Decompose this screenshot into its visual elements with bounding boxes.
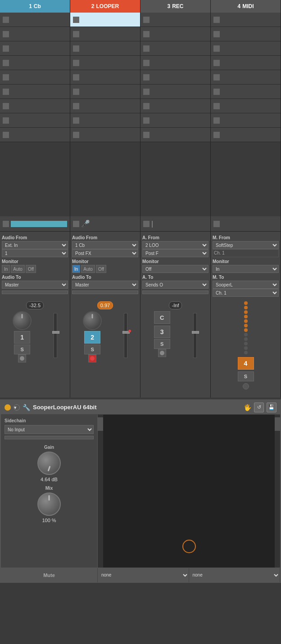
c-button-3[interactable]: C	[154, 311, 170, 324]
volume-knob-1[interactable]	[13, 311, 32, 330]
clip-launch-button[interactable]	[143, 89, 150, 95]
clip-launch-button[interactable]	[143, 117, 150, 124]
clip-slot[interactable]	[140, 27, 210, 41]
plugin-refresh-button[interactable]: ↺	[254, 402, 264, 412]
clip-launch-button[interactable]	[73, 74, 79, 80]
stop-button-4[interactable]	[213, 221, 220, 227]
clip-slot[interactable]	[0, 27, 70, 41]
clip-slot[interactable]	[0, 13, 70, 27]
clip-launch-button[interactable]	[73, 132, 79, 138]
clip-slot[interactable]	[0, 113, 70, 128]
gain-knob[interactable]	[37, 452, 61, 475]
audio-from-channel-1[interactable]: 1	[2, 249, 68, 257]
mute-button[interactable]: Mute	[1, 568, 98, 582]
clip-launch-button[interactable]	[143, 45, 150, 52]
clip-launch-button[interactable]	[213, 45, 220, 52]
clip-slot[interactable]	[70, 113, 140, 128]
track-number-3[interactable]: 3	[154, 326, 170, 338]
clip-slot[interactable]	[70, 99, 140, 113]
clip-slot[interactable]	[211, 99, 281, 113]
midi-to-channel-4[interactable]: Ch. 1	[213, 289, 279, 297]
fader-track-3[interactable]	[193, 313, 197, 358]
track-header-2[interactable]: 2 LOOPER	[70, 0, 140, 13]
clip-launch-button[interactable]	[213, 31, 220, 37]
audio-to-dest-2[interactable]: Master	[72, 281, 138, 289]
audio-to-dest-3[interactable]: Sends O	[142, 281, 208, 289]
clip-slot[interactable]	[140, 128, 210, 142]
fader-track-2[interactable]	[124, 313, 127, 358]
solo-button-1[interactable]: S	[14, 344, 30, 354]
plugin-save-button[interactable]: 💾	[267, 402, 276, 412]
clip-launch-button[interactable]	[3, 103, 9, 109]
solo-button-2[interactable]: S	[84, 344, 100, 354]
monitor-select-4[interactable]: In	[213, 265, 279, 273]
clip-slot[interactable]	[0, 128, 70, 142]
clip-slot[interactable]	[70, 27, 140, 41]
clip-launch-button[interactable]	[73, 17, 79, 23]
monitor-auto-1[interactable]: Auto	[11, 265, 25, 273]
stop-button-2[interactable]	[73, 221, 79, 227]
solo-button-3[interactable]: S	[154, 339, 170, 349]
fader-handle-3[interactable]	[192, 331, 199, 334]
track-header-4[interactable]: 4 MIDI	[211, 0, 281, 13]
clip-launch-button[interactable]	[73, 117, 79, 124]
clip-launch-button[interactable]	[213, 103, 220, 109]
clip-slot[interactable]	[140, 99, 210, 113]
clip-launch-button[interactable]	[3, 74, 9, 80]
footer-dropdown-1[interactable]: none	[98, 568, 189, 582]
arm-button-1[interactable]	[18, 354, 26, 362]
clip-launch-button[interactable]	[3, 132, 9, 138]
clip-launch-button[interactable]	[73, 31, 79, 37]
clip-slot[interactable]	[70, 70, 140, 85]
right-scrollbar[interactable]	[275, 415, 280, 568]
stop-button-3[interactable]	[143, 221, 150, 227]
clip-slot[interactable]	[211, 41, 281, 56]
clip-slot[interactable]	[140, 41, 210, 56]
arm-button-3[interactable]	[158, 349, 166, 357]
clip-slot[interactable]	[211, 113, 281, 128]
clip-launch-button[interactable]	[143, 31, 150, 37]
clip-launch-button[interactable]	[213, 74, 220, 80]
clip-slot[interactable]	[140, 13, 210, 27]
clip-launch-button[interactable]	[3, 89, 9, 95]
clip-launch-button[interactable]	[213, 117, 220, 124]
clip-launch-button[interactable]	[73, 60, 79, 66]
audio-from-source-2[interactable]: 1 Cb	[72, 241, 138, 249]
track-header-3[interactable]: 3 REC	[140, 0, 211, 13]
fader-handle-1[interactable]	[52, 331, 59, 334]
left-scrollbar[interactable]	[98, 415, 103, 568]
monitor-off-2[interactable]: Off	[96, 265, 106, 273]
clip-launch-button[interactable]	[143, 74, 150, 80]
clip-slot[interactable]	[0, 85, 70, 99]
clip-slot[interactable]	[0, 99, 70, 113]
audio-from-post-2[interactable]: Post FX	[72, 249, 138, 257]
mix-knob[interactable]	[37, 492, 61, 516]
clip-slot[interactable]	[70, 13, 140, 27]
clip-launch-button[interactable]	[143, 60, 150, 66]
clip-launch-button[interactable]	[73, 103, 79, 109]
clip-launch-button[interactable]	[213, 89, 220, 95]
arm-button-4[interactable]	[243, 383, 249, 389]
stop-button[interactable]	[3, 221, 9, 227]
audio-from-source-3[interactable]: 2 LOO	[142, 241, 208, 249]
clip-launch-button[interactable]	[213, 132, 220, 138]
plugin-collapse-dot[interactable]: ▾	[14, 404, 20, 411]
clip-launch-button[interactable]	[73, 45, 79, 52]
footer-dropdown-2[interactable]: none	[189, 568, 281, 582]
clip-slot[interactable]	[70, 56, 140, 70]
monitor-select-3[interactable]: Off	[142, 265, 208, 273]
midi-from-source-4[interactable]: SoftStep	[213, 241, 279, 249]
solo-button-4[interactable]: S	[238, 371, 254, 381]
track-number-1[interactable]: 1	[14, 331, 30, 344]
monitor-off-1[interactable]: Off	[26, 265, 36, 273]
clip-launch-button[interactable]	[3, 31, 9, 37]
fader-handle-2[interactable]	[122, 331, 130, 334]
clip-slot[interactable]	[211, 13, 281, 27]
clip-slot[interactable]	[211, 128, 281, 142]
track-number-4[interactable]: 4	[238, 357, 254, 370]
clip-slot[interactable]	[140, 56, 210, 70]
clip-launch-button[interactable]	[213, 60, 220, 66]
midi-to-dest-4[interactable]: SooperL	[213, 281, 279, 289]
sidechain-input-select[interactable]: No Input	[5, 425, 94, 434]
track-header-1[interactable]: 1 Cb	[0, 0, 70, 13]
